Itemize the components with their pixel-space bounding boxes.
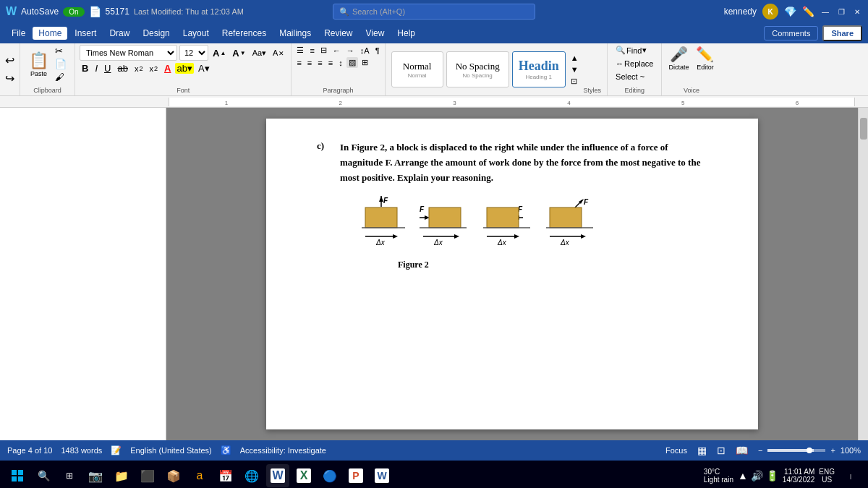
share-button[interactable]: Share xyxy=(822,25,862,41)
copy-button[interactable]: 📄 xyxy=(53,58,69,70)
align-right-button[interactable]: ≡ xyxy=(315,58,324,68)
italic-button[interactable]: I xyxy=(93,62,100,74)
dictate-button[interactable]: 🎤 Dictate xyxy=(666,45,691,72)
redo-button[interactable]: ↪ xyxy=(3,71,17,86)
styles-more-button[interactable]: ⊡ xyxy=(569,76,581,87)
font-color-button[interactable]: A xyxy=(162,62,173,74)
strikethrough-button[interactable]: ab xyxy=(115,62,129,74)
bullets-button[interactable]: ☰ xyxy=(294,45,306,56)
editor-button[interactable]: ✏️ Editor xyxy=(694,45,716,72)
menu-layout[interactable]: Layout xyxy=(177,27,215,40)
zoom-out-button[interactable]: − xyxy=(756,445,765,455)
text-color-button[interactable]: A▾ xyxy=(196,62,212,74)
taskbar-browser[interactable]: 🌐 xyxy=(240,464,263,487)
line-spacing-button[interactable]: ↕ xyxy=(336,58,345,68)
borders-button[interactable]: ⊞ xyxy=(359,57,370,68)
focus-button[interactable]: Focus xyxy=(663,445,689,455)
replace-button[interactable]: ↔ Replace xyxy=(613,59,655,69)
search-taskbar-icon: 🔍 xyxy=(38,470,50,481)
highlight-button[interactable]: ab▾ xyxy=(175,63,193,74)
taskbar-word2[interactable]: W xyxy=(370,464,393,487)
menu-review[interactable]: Review xyxy=(318,27,358,40)
status-bar: Page 4 of 10 1483 words 📝 English (Unite… xyxy=(0,440,868,461)
decrease-indent-button[interactable]: ← xyxy=(331,46,343,56)
font-size-select[interactable]: 12 xyxy=(179,45,208,61)
styles-down-button[interactable]: ▼ xyxy=(569,64,581,74)
subscript-button[interactable]: x2 xyxy=(132,64,145,74)
taskbar-folder[interactable]: 📁 xyxy=(110,464,133,487)
underline-button[interactable]: U xyxy=(102,62,113,74)
undo-button[interactable]: ↩ xyxy=(3,53,17,68)
minimize-button[interactable]: — xyxy=(820,7,830,17)
taskbar-chrome[interactable]: 🔵 xyxy=(318,464,341,487)
taskbar-excel[interactable]: X xyxy=(292,464,315,487)
clear-format-button[interactable]: A✕ xyxy=(271,48,286,58)
shading-button[interactable]: ▨ xyxy=(346,57,358,68)
taskview-button[interactable]: ⊞ xyxy=(58,464,81,487)
content-c: c) In Figure 2, a block is displaced to … xyxy=(317,140,707,270)
menu-references[interactable]: References xyxy=(216,27,272,40)
autosave-toggle[interactable]: On xyxy=(63,7,84,17)
menu-view[interactable]: View xyxy=(360,27,391,40)
superscript-button[interactable]: x2 xyxy=(147,64,160,74)
search-box[interactable]: 🔍 Search (Alt+Q) xyxy=(333,4,535,20)
find-button[interactable]: 🔍 Find ▾ xyxy=(613,45,655,56)
taskbar-amazon[interactable]: a xyxy=(188,464,211,487)
taskbar-word[interactable]: W xyxy=(266,464,289,487)
styles-scroll[interactable]: ▲ ▼ ⊡ xyxy=(569,45,581,94)
web-layout-button[interactable]: ⊡ xyxy=(715,444,728,457)
menu-design[interactable]: Design xyxy=(137,27,175,40)
svg-rect-35 xyxy=(18,476,23,481)
taskbar-powerpoint[interactable]: P xyxy=(344,464,367,487)
svg-text:F: F xyxy=(383,197,388,205)
search-taskbar-button[interactable]: 🔍 xyxy=(32,464,55,487)
numbering-button[interactable]: ≡ xyxy=(307,46,316,56)
clock-widget[interactable]: 11:01 AM 14/3/2022 xyxy=(783,468,815,484)
menu-mailings[interactable]: Mailings xyxy=(273,27,317,40)
accessibility-label[interactable]: Accessibility: Investigate xyxy=(240,446,326,455)
start-button[interactable] xyxy=(6,464,29,487)
restore-button[interactable]: ❐ xyxy=(836,7,846,17)
increase-indent-button[interactable]: → xyxy=(344,46,357,56)
taskbar-camera[interactable]: 📷 xyxy=(84,464,107,487)
zoom-in-button[interactable]: + xyxy=(828,445,837,455)
menu-file[interactable]: File xyxy=(6,27,31,40)
menu-help[interactable]: Help xyxy=(391,27,421,40)
justify-button[interactable]: ≡ xyxy=(326,58,335,68)
change-case-button[interactable]: Aa▾ xyxy=(250,48,268,59)
styles-up-button[interactable]: ▲ xyxy=(569,53,581,63)
print-layout-button[interactable]: ▦ xyxy=(695,444,709,457)
zoom-slider[interactable] xyxy=(767,449,825,452)
taskbar-calendar[interactable]: 📅 xyxy=(214,464,237,487)
style-heading1[interactable]: Headin Heading 1 xyxy=(512,51,566,87)
format-painter-button[interactable]: 🖌 xyxy=(53,71,69,83)
increase-font-button[interactable]: A▲ xyxy=(210,47,228,59)
menu-home[interactable]: Home xyxy=(33,27,67,40)
select-button[interactable]: Select ~ xyxy=(613,72,655,82)
taskbar-terminal[interactable]: ⬛ xyxy=(136,464,159,487)
cut-button[interactable]: ✂ xyxy=(53,45,69,57)
sort-button[interactable]: ↕A xyxy=(358,46,372,56)
reading-view-button[interactable]: 📖 xyxy=(733,444,750,457)
decrease-font-button[interactable]: A▼ xyxy=(230,47,247,59)
menu-insert[interactable]: Insert xyxy=(69,27,102,40)
user-avatar[interactable]: K xyxy=(762,4,778,20)
svg-marker-14 xyxy=(454,234,459,239)
paste-button[interactable]: 📋 Paste xyxy=(26,50,51,79)
vertical-scrollbar[interactable] xyxy=(858,108,868,440)
bold-button[interactable]: B xyxy=(80,62,90,74)
style-normal[interactable]: Normal Normal xyxy=(391,51,443,87)
align-left-button[interactable]: ≡ xyxy=(294,58,303,68)
font-name-select[interactable]: Times New Roman xyxy=(80,45,177,61)
close-button[interactable]: ✕ xyxy=(852,7,862,17)
taskbar-dropbox[interactable]: 📦 xyxy=(162,464,185,487)
menu-draw[interactable]: Draw xyxy=(103,27,135,40)
comments-button[interactable]: Comments xyxy=(764,26,818,40)
style-no-spacing[interactable]: No Spacing No Spacing xyxy=(446,51,509,87)
align-center-button[interactable]: ≡ xyxy=(305,58,314,68)
multilevel-button[interactable]: ⊟ xyxy=(318,45,329,56)
show-desktop-button[interactable]: | xyxy=(839,464,862,487)
show-paragraph-button[interactable]: ¶ xyxy=(373,46,382,56)
clipboard-group: 📋 Paste ✂ 📄 🖌 Clipboard xyxy=(20,43,75,95)
language: English (United States) xyxy=(130,446,212,455)
